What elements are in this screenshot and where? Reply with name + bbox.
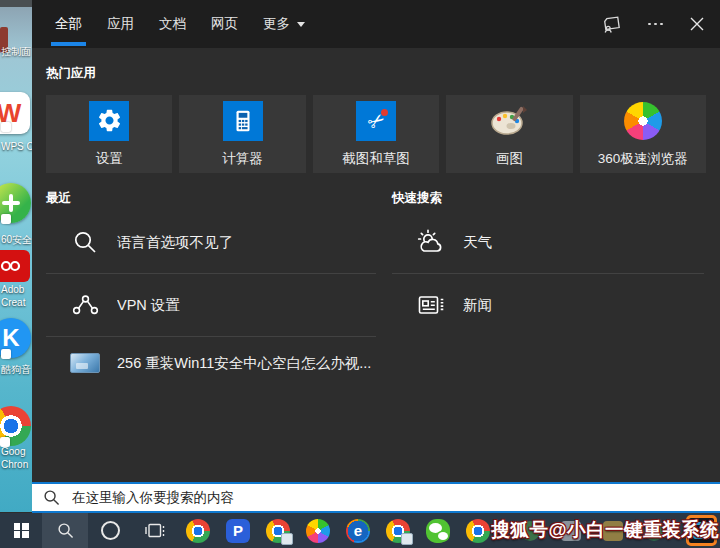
desktop-label-adobe-1: Adob (1, 284, 24, 295)
taskbar-chrome[interactable] (178, 513, 218, 548)
settings-gear-icon (89, 101, 129, 141)
search-icon (70, 229, 100, 255)
tab-apps-label: 应用 (107, 15, 134, 33)
search-icon (57, 522, 74, 539)
recent-item-language[interactable]: 语言首选项不见了 (46, 211, 376, 274)
chrome-icon (466, 519, 490, 543)
wechat-icon (426, 519, 450, 543)
tile-paint[interactable]: 画图 (446, 95, 572, 173)
taskbar-360-browser[interactable] (298, 513, 338, 548)
adobe-cc-icon[interactable] (0, 250, 30, 282)
360-safe-icon[interactable] (0, 183, 31, 223)
red-pen-dot (381, 109, 388, 116)
tile-snip-sketch-label: 截图和草图 (342, 150, 410, 168)
weather-icon (416, 229, 446, 256)
shortcut-arrow-icon (1, 349, 11, 359)
search-tabbar: 全部 应用 文档 网页 更多 (32, 0, 720, 48)
tab-apps[interactable]: 应用 (107, 0, 134, 48)
360-pinwheel-icon (623, 101, 663, 141)
watermark-text: 搜狐号@小白一键重装系统 (491, 517, 719, 542)
badge-overlay (281, 533, 293, 545)
quick-item-weather[interactable]: 天气 (392, 211, 704, 274)
taskbar-search-button[interactable] (42, 513, 88, 548)
p-letter: P (233, 522, 243, 539)
desktop-label-control-panel: 控制面 (1, 45, 31, 59)
kugou-music-icon[interactable]: K (0, 318, 31, 358)
tile-settings[interactable]: 设置 (46, 95, 172, 173)
feedback-icon (602, 16, 621, 33)
taskbar-p-app[interactable]: P (218, 513, 258, 548)
tab-web-label: 网页 (211, 15, 238, 33)
search-panel: 全部 应用 文档 网页 更多 (32, 0, 720, 482)
p-app-icon: P (226, 519, 250, 543)
section-title-recent: 最近 (46, 190, 376, 207)
cortana-icon (101, 521, 120, 540)
taskbar-chrome-badged-2[interactable] (378, 513, 418, 548)
shortcut-arrow-icon (1, 214, 11, 224)
taskbar-search-box (32, 482, 720, 513)
results-columns: 最近 语言首选项不见了 (46, 187, 706, 389)
desktop-label-chrome-2: Chron (1, 459, 28, 470)
tile-360-browser-label: 360极速浏览器 (598, 150, 688, 168)
windows-logo-icon (14, 523, 29, 538)
taskbar-chrome-badged[interactable] (258, 513, 298, 548)
quick-item-news[interactable]: 新闻 (392, 274, 704, 336)
recent-item-label: 256 重装Win11安全中心空白怎么办视... (117, 354, 371, 373)
tab-more[interactable]: 更多 (263, 0, 305, 48)
recent-column: 最近 语言首选项不见了 (46, 187, 376, 389)
recent-item-label: VPN 设置 (117, 296, 180, 315)
desktop-label-360safe: 60安全 (1, 233, 32, 247)
badge-overlay (401, 533, 413, 545)
tab-documents-label: 文档 (159, 15, 186, 33)
quick-item-label: 天气 (463, 233, 492, 252)
kugou-letter: K (2, 324, 19, 352)
task-view-button[interactable] (132, 513, 178, 548)
search-icon (43, 489, 60, 506)
chrome-desktop-icon[interactable] (0, 406, 31, 446)
quick-search-column: 快速搜索 天气 (392, 187, 704, 389)
tab-all[interactable]: 全部 (55, 0, 82, 48)
chrome-icon (186, 519, 210, 543)
top-apps-tiles: 设置 计算器 (46, 95, 706, 173)
tile-calculator[interactable]: 计算器 (179, 95, 305, 173)
section-title-top-apps: 热门应用 (46, 65, 706, 82)
search-input[interactable] (70, 489, 710, 506)
tile-360-browser[interactable]: 360极速浏览器 (580, 95, 706, 173)
tab-more-label: 更多 (263, 15, 290, 33)
chevron-down-icon (297, 22, 305, 27)
taskbar-wechat[interactable] (418, 513, 458, 548)
desktop-strip: 控制面 W WPS Of 60安全 Adob Creat K 酷狗音 (0, 0, 32, 512)
ellipsis-icon (648, 23, 663, 26)
infinity-glyph (0, 260, 22, 272)
section-title-quick: 快速搜索 (392, 190, 704, 207)
cortana-button[interactable] (88, 513, 132, 548)
start-button[interactable] (0, 513, 42, 548)
e-browser-icon: e (346, 519, 370, 543)
vpn-icon (70, 293, 100, 317)
close-button[interactable] (690, 0, 704, 48)
close-icon (690, 17, 704, 31)
tab-documents[interactable]: 文档 (159, 0, 186, 48)
task-view-icon (145, 521, 166, 540)
recent-item-label: 语言首选项不见了 (117, 233, 233, 252)
more-options-button[interactable] (648, 0, 663, 48)
recent-item-video[interactable]: 256 重装Win11安全中心空白怎么办视... (46, 337, 376, 389)
tile-snip-sketch[interactable]: ✂ 截图和草图 (313, 95, 439, 173)
e-letter: e (354, 522, 362, 539)
news-icon (416, 293, 446, 318)
panel-body: 热门应用 设置 (32, 48, 720, 389)
tile-paint-label: 画图 (496, 150, 523, 168)
tile-calculator-label: 计算器 (222, 150, 263, 168)
360-pinwheel-icon (306, 519, 330, 543)
feedback-button[interactable] (602, 0, 621, 48)
wps-office-icon[interactable]: W (0, 92, 30, 134)
snip-sketch-icon: ✂ (356, 101, 396, 141)
quick-item-label: 新闻 (463, 296, 492, 315)
tab-web[interactable]: 网页 (211, 0, 238, 48)
desktop-label-adobe-2: Creat (1, 297, 25, 308)
calculator-icon (223, 101, 263, 141)
paint-palette-icon (489, 101, 529, 141)
shortcut-arrow-icon (1, 122, 11, 132)
recent-item-vpn[interactable]: VPN 设置 (46, 274, 376, 337)
taskbar-e-browser[interactable]: e (338, 513, 378, 548)
